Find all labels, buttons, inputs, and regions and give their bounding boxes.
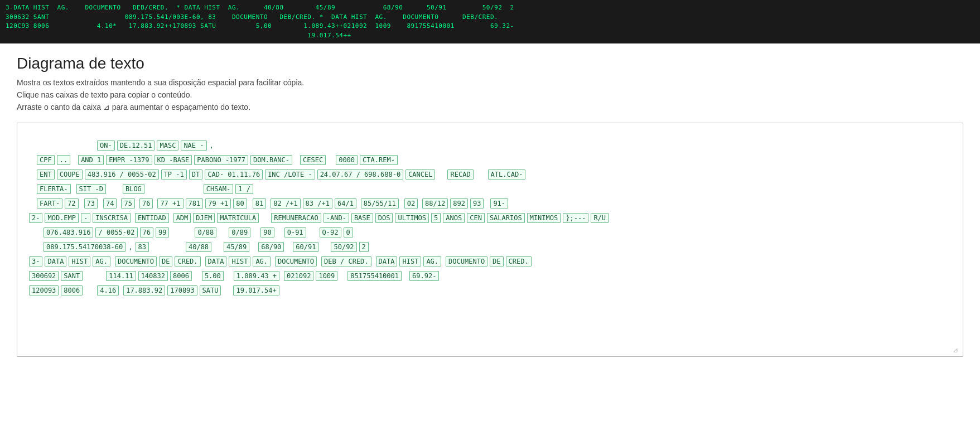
- text-box[interactable]: DJEM: [193, 213, 215, 223]
- text-box[interactable]: Q-92: [320, 227, 341, 237]
- text-box[interactable]: 90: [260, 227, 274, 237]
- text-box[interactable]: FLERTA-: [37, 184, 71, 194]
- text-box[interactable]: BLOG: [123, 184, 144, 194]
- text-box[interactable]: 892: [450, 198, 468, 209]
- text-box[interactable]: R/U: [591, 213, 609, 223]
- text-box[interactable]: 1.089.43 +: [234, 271, 279, 281]
- text-box[interactable]: MASC: [157, 140, 178, 151]
- text-box[interactable]: 60/91: [293, 242, 318, 252]
- text-box[interactable]: SALARIOS: [487, 213, 525, 223]
- text-box[interactable]: -AND-: [324, 213, 349, 223]
- text-box[interactable]: MINIMOS: [527, 213, 561, 223]
- text-box[interactable]: ANOS: [443, 213, 465, 223]
- text-box[interactable]: CRED.: [506, 256, 532, 266]
- text-box[interactable]: 0: [344, 227, 353, 237]
- text-box[interactable]: / 0055-02: [95, 227, 137, 237]
- text-box[interactable]: EMPR -1379: [106, 155, 152, 165]
- text-box[interactable]: 1 /: [235, 184, 253, 194]
- text-box[interactable]: 0000: [336, 155, 358, 165]
- text-box[interactable]: DOCUMENTO: [446, 256, 487, 266]
- text-box[interactable]: ATL.CAD-: [488, 169, 526, 180]
- text-box[interactable]: 69.92-: [409, 271, 439, 281]
- text-box[interactable]: COUPE: [57, 169, 83, 180]
- text-box[interactable]: RECAD: [447, 169, 473, 180]
- text-box[interactable]: 1009: [316, 271, 337, 281]
- text-box[interactable]: TP -1: [161, 169, 187, 180]
- text-box[interactable]: DE: [490, 256, 503, 266]
- text-box[interactable]: 81: [253, 198, 266, 209]
- text-box[interactable]: 83: [136, 242, 149, 252]
- text-box[interactable]: MATRICULA: [217, 213, 259, 223]
- text-box[interactable]: 2: [359, 242, 369, 252]
- text-box[interactable]: 781: [186, 198, 204, 209]
- text-box[interactable]: SANT: [61, 271, 83, 281]
- text-box[interactable]: 64/1: [335, 198, 356, 209]
- text-box[interactable]: 0/89: [229, 227, 250, 237]
- text-box[interactable]: ..: [57, 155, 70, 165]
- text-box[interactable]: SATU: [200, 285, 221, 295]
- text-box[interactable]: DATA: [45, 256, 66, 266]
- text-box[interactable]: 0-91: [284, 227, 306, 237]
- text-box[interactable]: DATA: [205, 256, 227, 266]
- text-box[interactable]: CANCEL: [405, 169, 435, 180]
- text-box[interactable]: 68/90: [258, 242, 284, 252]
- text-box[interactable]: DT: [189, 169, 202, 180]
- text-box[interactable]: MOD.EMP: [45, 213, 79, 223]
- text-box[interactable]: HIST: [399, 256, 421, 266]
- text-box[interactable]: CHSAM-: [204, 184, 233, 194]
- text-box[interactable]: 02: [404, 198, 418, 209]
- text-box[interactable]: CPF: [37, 155, 55, 165]
- text-box[interactable]: HIST: [229, 256, 250, 266]
- text-box[interactable]: 300692: [29, 271, 59, 281]
- text-box[interactable]: 120093: [29, 285, 59, 295]
- text-box[interactable]: ENT: [37, 169, 55, 180]
- text-box[interactable]: 089.175.54170038-60: [44, 242, 125, 252]
- text-box[interactable]: AG.: [423, 256, 441, 266]
- text-box[interactable]: 8006: [61, 285, 83, 295]
- text-box[interactable]: 76: [139, 198, 153, 209]
- text-box[interactable]: 24.07.67 / 698.688-0: [317, 169, 404, 180]
- text-box[interactable]: 114.11: [106, 271, 136, 281]
- text-box[interactable]: CRED.: [175, 256, 200, 266]
- text-box[interactable]: DE.12.51: [117, 140, 155, 151]
- text-box[interactable]: CTA.REM-: [360, 155, 398, 165]
- text-box[interactable]: 50/92: [331, 242, 356, 252]
- text-box[interactable]: ENTIDAD: [135, 213, 169, 223]
- text-box[interactable]: 73: [84, 198, 98, 209]
- text-box[interactable]: 45/89: [224, 242, 249, 252]
- text-box[interactable]: 91-: [490, 198, 508, 209]
- text-box[interactable]: 75: [121, 198, 134, 209]
- text-box[interactable]: 74: [103, 198, 117, 209]
- text-box[interactable]: BASE: [351, 213, 373, 223]
- text-box[interactable]: 8006: [170, 271, 192, 281]
- text-box[interactable]: 40/88: [186, 242, 211, 252]
- text-box[interactable]: 076.483.916: [44, 227, 93, 237]
- text-box[interactable]: DOM.BANC-: [250, 155, 292, 165]
- text-box[interactable]: 79 +1: [205, 198, 231, 209]
- text-box[interactable]: 83 /+1: [303, 198, 332, 209]
- text-box[interactable]: };---: [563, 213, 588, 223]
- text-box[interactable]: DATA: [376, 256, 398, 266]
- text-box[interactable]: SIT -D: [76, 184, 106, 194]
- text-box[interactable]: DEB / CRED.: [321, 256, 371, 266]
- text-box[interactable]: 80: [233, 198, 247, 209]
- text-box[interactable]: AND 1: [78, 155, 104, 165]
- text-box[interactable]: FART-: [37, 198, 62, 209]
- text-box[interactable]: 77 +1: [157, 198, 183, 209]
- text-box[interactable]: CEN: [467, 213, 485, 223]
- text-box[interactable]: ON-: [97, 140, 115, 151]
- text-box[interactable]: AG.: [93, 256, 110, 266]
- text-box[interactable]: -: [81, 213, 90, 223]
- text-box[interactable]: 4.16: [97, 285, 119, 295]
- text-box[interactable]: 85/55/11: [361, 198, 399, 209]
- text-box[interactable]: 483.916 / 0055-02: [85, 169, 159, 180]
- text-box[interactable]: DE: [159, 256, 172, 266]
- text-box[interactable]: 5: [431, 213, 441, 223]
- text-box[interactable]: INSCRISA: [93, 213, 131, 223]
- text-box[interactable]: 5.00: [202, 271, 224, 281]
- text-box[interactable]: DOCUMENTO: [275, 256, 317, 266]
- text-box[interactable]: ADM: [173, 213, 191, 223]
- text-box[interactable]: 2-: [29, 213, 42, 223]
- text-box[interactable]: ULTIMOS: [395, 213, 429, 223]
- text-box[interactable]: AG.: [253, 256, 271, 266]
